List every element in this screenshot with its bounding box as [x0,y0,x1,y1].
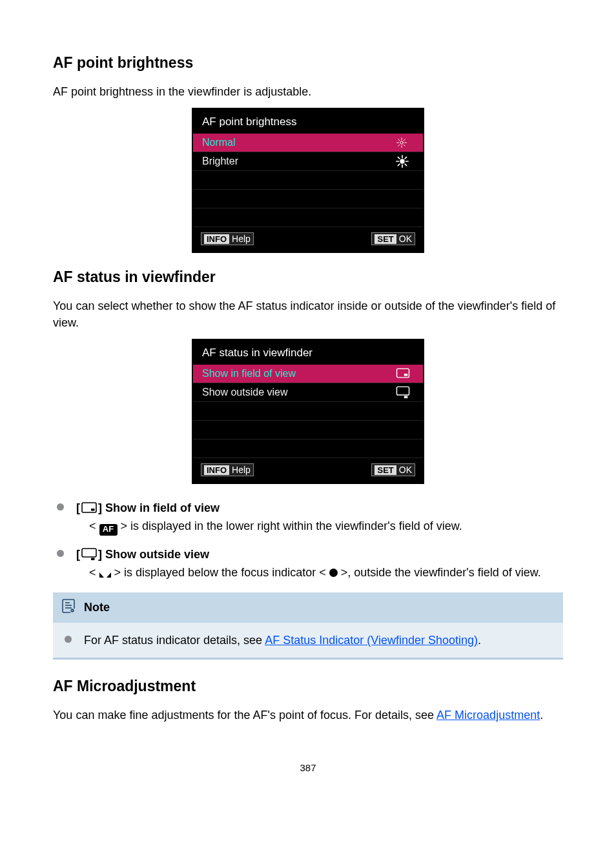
svg-point-0 [400,141,404,145]
svg-line-15 [405,164,407,166]
svg-point-9 [400,159,404,163]
menu-row-empty [193,208,423,227]
af-badge-icon: AF [99,524,118,536]
link-af-status-indicator[interactable]: AF Status Indicator (Viewfinder Shooting… [265,634,478,647]
menu-option-in-view[interactable]: Show in field of view [193,365,423,383]
svg-rect-24 [82,549,96,557]
svg-marker-27 [107,572,111,578]
menu-option-out-view[interactable]: Show outside view [193,383,423,402]
svg-rect-22 [82,503,96,512]
svg-line-8 [404,139,405,141]
menu-af-point-brightness: AF point brightness Normal Brighter INFO [192,108,424,253]
heading-af-status: AF status in viewfinder [53,268,563,286]
intro-af-point-brightness: AF point brightness in the viewfinder is… [53,83,563,100]
info-help-button[interactable]: INFO Help [201,463,254,476]
bullet-show-in-field: [ ] Show in field of view < AF > is disp… [53,500,563,536]
bullet-head-text: ] Show outside view [98,546,209,563]
note-box: Note For AF status indicator details, se… [53,592,563,660]
menu-footer: INFO Help SET OK [193,227,423,252]
menu-title: AF status in viewfinder [193,340,423,365]
bracket-open: [ [76,546,80,563]
menu-footer: INFO Help SET OK [193,458,423,483]
note-icon [62,599,75,616]
menu-option-label: Show in field of view [202,368,396,379]
text-pre: You can make fine adjustments for the AF… [53,709,436,722]
outside-field-icon [396,386,414,399]
bullet-head: [ ] Show outside view [76,546,563,563]
outside-field-icon [81,548,97,561]
svg-line-14 [398,157,400,159]
menu-row-empty [193,171,423,190]
help-label: Help [232,465,251,475]
bullet-show-outside: [ ] Show outside view < > is displayed b… [53,546,563,582]
svg-line-7 [398,145,400,146]
menu-option-normal[interactable]: Normal [193,134,423,152]
svg-rect-23 [91,509,95,511]
text-pre: < [89,520,99,532]
in-field-icon [396,368,414,379]
af-status-list: [ ] Show in field of view < AF > is disp… [53,500,563,582]
in-field-icon [81,502,97,514]
set-label: SET [375,234,396,244]
link-af-microadjustment[interactable]: AF Microadjustment [436,709,540,722]
note-body: For AF status indicator details, see AF … [53,623,563,649]
menu-title: AF point brightness [193,109,423,134]
info-help-button[interactable]: INFO Help [201,232,254,245]
note-label: Note [84,601,110,614]
page-number: 387 [53,762,563,773]
page-content: AF point brightness AF point brightness … [0,0,616,799]
info-label: INFO [204,465,229,475]
set-ok-button[interactable]: SET OK [371,232,415,245]
text-post: . [540,709,543,722]
svg-rect-18 [397,369,409,378]
arrow-indicator-icon [99,565,111,582]
intro-af-microadjustment: You can make fine adjustments for the AF… [53,707,563,723]
svg-line-17 [405,157,407,159]
bullet-head: [ ] Show in field of view [76,500,563,516]
bullet-head-text: ] Show in field of view [98,500,220,516]
menu-row-empty [193,439,423,458]
note-header: Note [53,592,563,623]
menu-af-status: AF status in viewfinder Show in field of… [192,339,424,484]
bracket-open: [ [76,500,80,516]
note-text-post: . [478,634,481,647]
svg-marker-26 [99,572,104,578]
bullet-body: < > is displayed below the focus indicat… [76,564,563,582]
svg-rect-20 [396,387,409,396]
text-post: >, outside the viewfinder's field of vie… [338,566,541,579]
svg-line-16 [398,164,400,166]
menu-option-label: Normal [202,137,396,148]
menu-option-brighter[interactable]: Brighter [193,152,423,171]
svg-line-5 [398,139,400,141]
heading-af-point-brightness: AF point brightness [53,54,563,72]
menu-row-empty [193,421,423,439]
text-mid: > is displayed below the focus indicator… [111,566,329,579]
menu-option-label: Brighter [202,156,396,167]
svg-line-35 [72,611,73,611]
svg-rect-25 [91,558,95,560]
menu-option-label: Show outside view [202,387,396,398]
set-label: SET [375,465,396,475]
help-label: Help [232,234,251,244]
intro-af-status: You can select whether to show the AF st… [53,298,563,331]
svg-line-6 [404,145,405,146]
focus-dot-icon [329,569,338,577]
info-label: INFO [204,234,229,244]
brightness-brighter-icon [396,155,414,168]
ok-label: OK [399,465,412,475]
text-post: > is displayed in the lower right within… [118,520,462,532]
svg-rect-21 [404,396,407,399]
bullet-body: < AF > is displayed in the lower right w… [76,518,563,535]
svg-rect-19 [404,374,407,376]
menu-row-empty [193,190,423,208]
set-ok-button[interactable]: SET OK [371,463,415,476]
menu-row-empty [193,402,423,421]
brightness-normal-icon [396,137,414,148]
heading-af-microadjustment: AF Microadjustment [53,678,563,695]
note-text-pre: For AF status indicator details, see [84,634,265,647]
text-pre: < [89,566,99,579]
ok-label: OK [399,234,412,244]
